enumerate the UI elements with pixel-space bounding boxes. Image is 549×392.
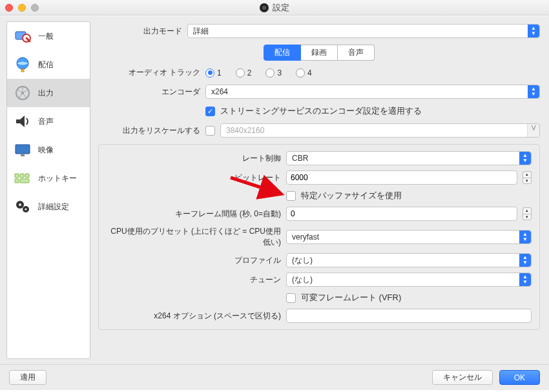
rescale-checkbox[interactable] bbox=[205, 126, 215, 136]
apply-button[interactable]: 適用 bbox=[9, 370, 47, 385]
tune-label: チューン bbox=[107, 274, 281, 285]
window-title: 設定 bbox=[0, 2, 549, 14]
svg-rect-4 bbox=[21, 69, 24, 72]
sidebar-item-video[interactable]: 映像 bbox=[7, 136, 90, 164]
audio-track-radios: 1 2 3 4 bbox=[205, 68, 312, 77]
encoder-row: エンコーダ x264 ▲▼ bbox=[98, 85, 540, 99]
svg-rect-11 bbox=[25, 174, 29, 178]
keyframe-stepper[interactable]: ▴▾ bbox=[523, 207, 532, 220]
tune-select[interactable]: (なし) ▲▼ bbox=[286, 273, 532, 287]
tab-recording[interactable]: 録画 bbox=[301, 45, 338, 61]
custom-buffer-label: 特定バッファサイズを使用 bbox=[301, 190, 402, 201]
audio-track-row: オーディオ トラック 1 2 3 4 bbox=[98, 67, 540, 78]
ok-button[interactable]: OK bbox=[499, 370, 540, 385]
sidebar-item-label: 音声 bbox=[38, 116, 54, 127]
sidebar-item-hotkeys[interactable]: ホットキー bbox=[7, 164, 90, 192]
audio-track-3[interactable]: 3 bbox=[265, 68, 282, 77]
rate-control-label: レート制御 bbox=[107, 153, 281, 164]
rescale-label: 出力をリスケールする bbox=[98, 125, 200, 136]
cancel-button[interactable]: キャンセル bbox=[432, 370, 493, 385]
cpu-preset-select[interactable]: veryfast ▲▼ bbox=[286, 230, 532, 244]
encoder-select[interactable]: x264 ▲▼ bbox=[205, 85, 540, 99]
sidebar-item-label: 一般 bbox=[38, 31, 54, 42]
settings-sidebar: 一般 配信 出力 音声 映像 bbox=[6, 21, 90, 359]
sidebar-item-output[interactable]: 出力 bbox=[7, 79, 90, 107]
bitrate-stepper[interactable]: ▴▾ bbox=[523, 171, 532, 184]
audio-icon bbox=[12, 112, 33, 130]
dialog-footer: 適用 キャンセル OK bbox=[0, 364, 549, 390]
sidebar-item-advanced[interactable]: 詳細設定 bbox=[7, 192, 90, 221]
vfr-checkbox[interactable] bbox=[286, 293, 296, 303]
sidebar-item-label: 配信 bbox=[38, 59, 54, 70]
encoder-settings-panel: レート制御 CBR ▲▼ ビットレート ▴▾ bbox=[98, 144, 540, 330]
titlebar: 設定 bbox=[0, 0, 549, 15]
svg-point-17 bbox=[25, 208, 26, 210]
x264opts-input[interactable] bbox=[286, 309, 532, 323]
sidebar-item-stream[interactable]: 配信 bbox=[7, 50, 90, 79]
rescale-placeholder: 3840x2160 bbox=[226, 126, 264, 135]
svg-rect-8 bbox=[21, 154, 25, 156]
rate-control-value: CBR bbox=[292, 154, 308, 163]
encoder-label: エンコーダ bbox=[98, 87, 200, 98]
keyframe-label: キーフレーム間隔 (秒, 0=自動) bbox=[107, 209, 281, 220]
keyframe-input[interactable] bbox=[286, 207, 517, 221]
sidebar-item-label: 映像 bbox=[38, 145, 54, 156]
sidebar-item-label: 出力 bbox=[38, 88, 54, 99]
audio-track-1[interactable]: 1 bbox=[205, 68, 222, 77]
sidebar-item-general[interactable]: 一般 bbox=[7, 22, 90, 50]
sidebar-item-audio[interactable]: 音声 bbox=[7, 107, 90, 136]
obs-app-icon bbox=[260, 3, 269, 12]
rate-control-select[interactable]: CBR ▲▼ bbox=[286, 151, 532, 165]
main-panel: 出力モード 詳細 ▲▼ 配信 録画 音声 オーディオ トラック 1 2 3 4 bbox=[90, 16, 549, 364]
cpu-preset-label: CPU使用のプリセット (上に行くほど = CPU使用低い) bbox=[107, 226, 281, 248]
vfr-label: 可変フレームレート (VFR) bbox=[301, 292, 401, 304]
output-icon bbox=[12, 84, 33, 102]
general-icon bbox=[12, 27, 33, 45]
svg-rect-12 bbox=[15, 179, 19, 183]
svg-rect-9 bbox=[15, 174, 19, 178]
profile-select[interactable]: (なし) ▲▼ bbox=[286, 253, 532, 267]
tab-streaming[interactable]: 配信 bbox=[264, 45, 301, 61]
audio-track-2[interactable]: 2 bbox=[236, 68, 252, 77]
svg-rect-7 bbox=[16, 145, 30, 154]
svg-rect-13 bbox=[20, 179, 29, 183]
custom-buffer-checkbox[interactable] bbox=[286, 191, 296, 201]
output-mode-value: 詳細 bbox=[193, 26, 209, 37]
profile-label: プロファイル bbox=[107, 255, 281, 266]
sidebar-item-label: 詳細設定 bbox=[38, 201, 69, 212]
sidebar-item-label: ホットキー bbox=[38, 173, 77, 184]
profile-value: (なし) bbox=[292, 255, 313, 266]
output-mode-select[interactable]: 詳細 ▲▼ bbox=[187, 24, 540, 38]
stream-icon bbox=[12, 56, 33, 74]
enforce-encoder-label: ストリーミングサービスのエンコーダ設定を適用する bbox=[220, 105, 422, 117]
output-mode-label: 出力モード bbox=[98, 26, 182, 37]
advanced-icon bbox=[12, 198, 33, 216]
cpu-preset-value: veryfast bbox=[292, 232, 319, 242]
tune-value: (なし) bbox=[292, 274, 313, 285]
encoder-value: x264 bbox=[211, 87, 228, 96]
svg-rect-10 bbox=[20, 174, 24, 178]
audio-track-label: オーディオ トラック bbox=[98, 67, 200, 78]
output-mode-row: 出力モード 詳細 ▲▼ bbox=[98, 24, 540, 38]
x264opts-label: x264 オプション (スペースで区切る) bbox=[107, 311, 281, 322]
rescale-row: 出力をリスケールする 3840x2160 ⋁ bbox=[98, 123, 540, 138]
rescale-select[interactable]: 3840x2160 ⋁ bbox=[220, 123, 540, 138]
bitrate-input[interactable] bbox=[286, 170, 517, 185]
tab-audio[interactable]: 音声 bbox=[338, 45, 375, 61]
enforce-encoder-checkbox[interactable]: ✓ bbox=[205, 107, 215, 116]
enforce-encoder-row: ✓ ストリーミングサービスのエンコーダ設定を適用する bbox=[98, 105, 540, 117]
hotkeys-icon bbox=[12, 169, 33, 187]
bitrate-label: ビットレート bbox=[107, 172, 281, 183]
svg-point-15 bbox=[19, 203, 21, 206]
audio-track-4[interactable]: 4 bbox=[296, 68, 312, 77]
window-title-text: 設定 bbox=[273, 2, 289, 14]
video-icon bbox=[12, 141, 33, 159]
output-tabs: 配信 録画 音声 bbox=[98, 45, 540, 61]
